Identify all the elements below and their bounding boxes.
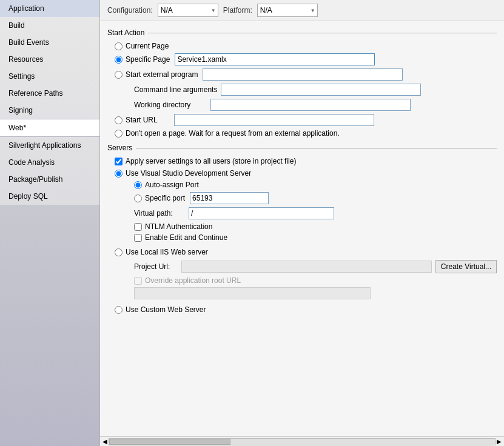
sidebar-item-application[interactable]: Application (0, 0, 99, 17)
vs-dev-server-radio[interactable] (115, 170, 123, 178)
ntlm-auth-checkbox[interactable] (134, 223, 142, 231)
start-action-title: Start Action (107, 28, 144, 37)
current-page-group: Current Page (115, 42, 497, 50)
start-external-radio[interactable] (115, 71, 123, 79)
specific-port-group: Specific port (134, 192, 497, 204)
sidebar-item-silverlight-apps[interactable]: Silverlight Applications (0, 137, 99, 154)
override-root-input[interactable] (134, 287, 371, 299)
platform-dropdown-wrapper[interactable]: N/A (257, 4, 318, 17)
vs-dev-server-group: Use Visual Studio Development Server (115, 169, 497, 178)
override-root-checkbox[interactable] (134, 277, 142, 285)
dont-open-label[interactable]: Don't open a page. Wait for a request fr… (126, 129, 340, 138)
servers-header: Servers (107, 144, 497, 152)
override-root-input-wrapper (134, 287, 497, 299)
current-page-label[interactable]: Current Page (126, 42, 169, 50)
working-dir-input[interactable] (210, 99, 411, 111)
toolbar: Configuration: N/A Platform: N/A (100, 0, 504, 21)
specific-port-label[interactable]: Specific port (145, 194, 185, 202)
enable-edit-group: Enable Edit and Continue (134, 233, 497, 242)
start-external-group: Start external program (115, 68, 497, 81)
working-dir-row: Working directory (134, 99, 497, 111)
local-iis-radio[interactable] (115, 248, 123, 256)
sidebar: Application Build Build Events Resources… (0, 0, 100, 446)
sidebar-item-settings[interactable]: Settings (0, 68, 99, 85)
cmd-args-input[interactable] (221, 84, 421, 96)
dont-open-radio[interactable] (115, 130, 123, 138)
h-scrollbar-thumb[interactable] (109, 439, 230, 445)
specific-page-radio[interactable] (115, 56, 123, 64)
virtual-path-row: Virtual path: (134, 207, 497, 219)
cmd-args-label: Command line arguments (134, 85, 217, 94)
project-url-row: Project Url: Create Virtual... (134, 260, 497, 273)
start-external-input[interactable] (203, 68, 403, 81)
start-external-label[interactable]: Start external program (126, 70, 198, 79)
specific-port-radio[interactable] (134, 195, 142, 202)
sidebar-item-build[interactable]: Build (0, 17, 99, 34)
virtual-path-label: Virtual path: (134, 209, 189, 218)
content-area: Configuration: N/A Platform: N/A Start A… (100, 0, 504, 446)
platform-label: Platform: (223, 6, 252, 15)
sidebar-item-web[interactable]: Web* (0, 119, 99, 137)
project-url-label: Project Url: (134, 262, 178, 271)
ntlm-auth-label[interactable]: NTLM Authentication (145, 222, 212, 231)
sidebar-item-signing[interactable]: Signing (0, 102, 99, 119)
working-dir-label: Working directory (134, 101, 207, 109)
cmd-args-row: Command line arguments (134, 84, 497, 96)
enable-edit-label[interactable]: Enable Edit and Continue (145, 233, 227, 242)
custom-web-server-group: Use Custom Web Server (115, 305, 497, 314)
project-url-input[interactable] (181, 261, 432, 273)
local-iis-group: Use Local IIS Web server (115, 248, 497, 256)
bottom-scrollbar[interactable]: ◀ ▶ (100, 436, 504, 446)
start-url-radio[interactable] (115, 116, 123, 124)
start-action-header: Start Action (107, 28, 497, 37)
create-virtual-button[interactable]: Create Virtual... (435, 260, 497, 273)
auto-assign-label[interactable]: Auto-assign Port (145, 181, 199, 189)
h-scrollbar-track[interactable] (109, 438, 496, 445)
virtual-path-input[interactable] (189, 207, 334, 219)
enable-edit-checkbox[interactable] (134, 234, 142, 242)
config-label: Configuration: (107, 6, 153, 15)
start-action-line (148, 33, 497, 33)
apply-settings-group: Apply server settings to all users (stor… (115, 157, 497, 165)
sidebar-item-resources[interactable]: Resources (0, 51, 99, 68)
dont-open-group: Don't open a page. Wait for a request fr… (115, 129, 497, 138)
start-url-input[interactable] (174, 114, 374, 126)
vs-dev-server-label[interactable]: Use Visual Studio Development Server (126, 169, 251, 178)
servers-title: Servers (107, 144, 132, 152)
sidebar-bottom (0, 205, 99, 446)
specific-page-label[interactable]: Specific Page (126, 55, 170, 64)
apply-settings-checkbox[interactable] (115, 158, 123, 165)
servers-line (136, 148, 497, 148)
specific-page-group: Specific Page (115, 53, 497, 65)
sidebar-item-deploy-sql[interactable]: Deploy SQL (0, 188, 99, 205)
sidebar-item-build-events[interactable]: Build Events (0, 34, 99, 51)
scrollable-content: Start Action Current Page Specific Page … (100, 21, 504, 436)
custom-server-label[interactable]: Use Custom Web Server (126, 305, 206, 314)
auto-assign-radio[interactable] (134, 181, 142, 189)
config-dropdown[interactable]: N/A (158, 4, 218, 17)
sidebar-item-code-analysis[interactable]: Code Analysis (0, 154, 99, 171)
local-iis-label[interactable]: Use Local IIS Web server (126, 248, 208, 256)
main-container: Application Build Build Events Resources… (0, 0, 504, 446)
apply-settings-label[interactable]: Apply server settings to all users (stor… (126, 157, 296, 165)
custom-server-radio[interactable] (115, 306, 123, 314)
specific-page-input[interactable] (175, 53, 375, 65)
auto-assign-group: Auto-assign Port (134, 181, 497, 189)
ntlm-group: NTLM Authentication (134, 222, 497, 231)
override-root-label[interactable]: Override application root URL (145, 276, 241, 285)
specific-port-input[interactable] (190, 192, 269, 204)
sidebar-item-package-publish[interactable]: Package/Publish (0, 171, 99, 188)
sidebar-item-reference-paths[interactable]: Reference Paths (0, 85, 99, 102)
override-root-group: Override application root URL (134, 276, 497, 285)
config-dropdown-wrapper[interactable]: N/A (158, 4, 218, 17)
start-url-label[interactable]: Start URL (126, 116, 169, 124)
current-page-radio[interactable] (115, 42, 123, 50)
platform-dropdown[interactable]: N/A (257, 4, 318, 17)
scroll-left-btn[interactable]: ◀ (101, 438, 109, 445)
scroll-right-btn[interactable]: ▶ (496, 438, 503, 445)
start-url-group: Start URL (115, 114, 497, 126)
